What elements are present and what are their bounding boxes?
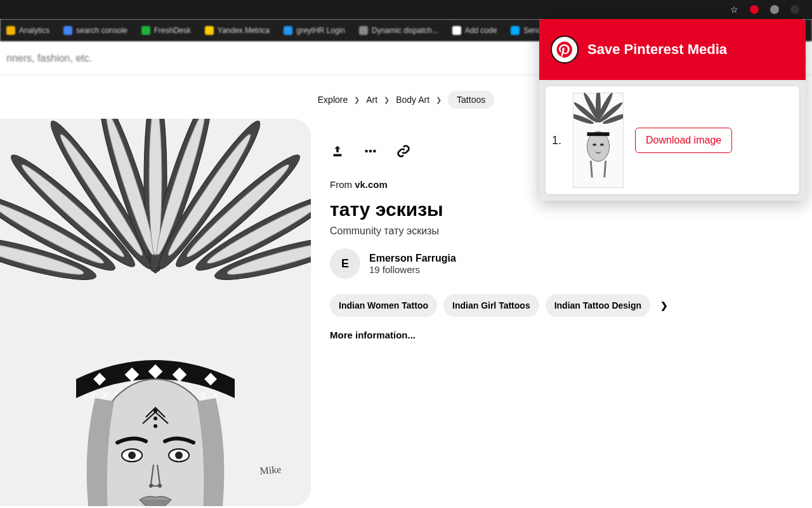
pin-image[interactable]: x x x x x x x x x x x: [0, 119, 311, 506]
artwork-svg: x x x x x x x x x x x: [0, 119, 311, 506]
bookmark-label: Dynamic dispatch...: [372, 26, 438, 35]
svg-point-42: [373, 149, 376, 152]
bookmark-label: Yandex.Metrica: [218, 26, 270, 35]
from-domain[interactable]: vk.com: [355, 179, 388, 190]
bookmark-item[interactable]: search console: [63, 26, 128, 35]
svg-point-33: [175, 451, 183, 459]
svg-point-38: [158, 484, 162, 488]
bookmark-label: FreshDesk: [154, 26, 191, 35]
svg-point-36: [154, 424, 157, 428]
bookmark-item[interactable]: Yandex.Metrica: [205, 26, 270, 35]
dots-icon: [363, 144, 377, 158]
more-button[interactable]: [363, 144, 378, 159]
bookmark-item[interactable]: Dynamic dispatch...: [359, 26, 438, 35]
upload-icon: [331, 144, 344, 158]
extension-header: Save Pinterest Media: [539, 19, 806, 80]
svg-rect-52: [587, 132, 609, 136]
svg-point-51: [587, 131, 609, 161]
search-input[interactable]: [6, 53, 387, 64]
tags-row: Indian Women Tattoo Indian Girl Tattoos …: [330, 294, 812, 317]
svg-point-40: [365, 149, 368, 152]
bookmark-item[interactable]: Analytics: [6, 26, 49, 35]
pin-title: тату эскизы: [330, 199, 812, 220]
profile[interactable]: E Emerson Farrugia 19 followers: [330, 248, 812, 279]
tag-chip[interactable]: Indian Girl Tattoos: [443, 294, 539, 317]
ext-dot-dark[interactable]: [790, 5, 799, 14]
bookmark-item[interactable]: Send: [511, 26, 541, 35]
profile-name: Emerson Farrugia: [369, 253, 456, 264]
svg-text:Mike: Mike: [259, 464, 282, 476]
svg-point-31: [128, 451, 136, 459]
ext-dot-grey[interactable]: [770, 5, 779, 14]
svg-point-37: [149, 484, 153, 488]
avatar: E: [330, 248, 360, 279]
crumb-art[interactable]: Art: [366, 95, 377, 105]
bookmark-label: greytHR Login: [296, 26, 345, 35]
link-icon: [396, 144, 410, 158]
bookmark-item[interactable]: FreshDesk: [141, 26, 191, 35]
bookmark-label: Analytics: [19, 26, 49, 35]
chevron-right-icon[interactable]: ❯: [660, 300, 668, 311]
extension-panel: Save Pinterest Media 1.: [539, 19, 806, 201]
extension-body: 1.: [539, 80, 806, 201]
tag-chip[interactable]: Indian Women Tattoo: [330, 294, 437, 317]
tag-chip[interactable]: Indian Tattoo Design: [546, 294, 650, 317]
ext-dot-red[interactable]: [750, 5, 759, 14]
item-number: 1.: [552, 134, 561, 147]
bookmark-item[interactable]: Add code: [452, 26, 497, 35]
pinterest-logo-icon: [551, 36, 579, 64]
bookmark-label: Add code: [465, 26, 497, 35]
share-button[interactable]: [330, 144, 345, 159]
pin-subtitle: Community тату эскизы: [330, 225, 812, 237]
chevron-right-icon: ❯: [436, 96, 442, 104]
more-information-link[interactable]: More information...: [330, 330, 812, 340]
link-button[interactable]: [396, 144, 411, 159]
svg-point-53: [593, 144, 596, 146]
browser-toolbar: ☆: [0, 0, 812, 19]
svg-point-54: [600, 144, 604, 146]
profile-followers: 19 followers: [369, 264, 456, 275]
svg-point-35: [154, 417, 157, 420]
extension-item: 1.: [546, 86, 799, 194]
chevron-right-icon: ❯: [354, 96, 360, 104]
bookmark-item[interactable]: greytHR Login: [284, 26, 345, 35]
download-image-button[interactable]: Download image: [635, 128, 732, 153]
bookmark-label: search console: [76, 26, 128, 35]
crumb-body-art[interactable]: Body Art: [396, 95, 429, 105]
svg-point-41: [369, 149, 372, 152]
from-prefix: From: [330, 179, 355, 190]
star-icon[interactable]: ☆: [730, 4, 738, 15]
extension-title: Save Pinterest Media: [587, 41, 727, 58]
chevron-right-icon: ❯: [384, 96, 390, 104]
crumb-current[interactable]: Tattoos: [448, 91, 494, 109]
item-thumbnail: [573, 93, 624, 188]
crumb-explore[interactable]: Explore: [318, 95, 348, 105]
